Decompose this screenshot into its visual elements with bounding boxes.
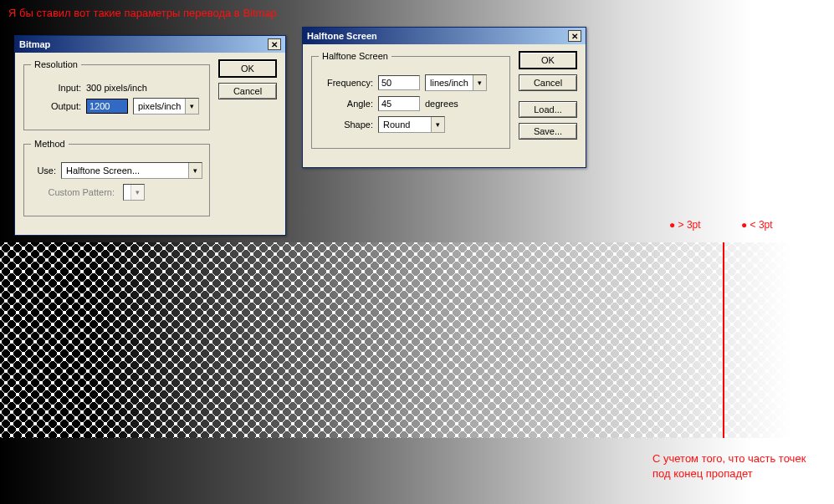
shape-combo[interactable]: Round [378, 116, 445, 133]
bitmap-dialog: Bitmap ✕ Resolution Input: 300 pixels/in… [14, 35, 286, 236]
output-units: pixels/inch [134, 99, 185, 113]
angle-label: Angle: [319, 99, 373, 109]
annotation-bottom-l1: С учетом того, что часть точек [652, 451, 806, 466]
method-group: Method Use: Halftone Screen... Custom Pa… [23, 139, 210, 216]
chevron-down-icon[interactable] [431, 117, 444, 132]
halftone-title: Halftone Screen [307, 31, 377, 41]
custom-pattern-swatch [123, 184, 145, 201]
chevron-down-icon [130, 185, 144, 200]
chevron-down-icon[interactable] [185, 99, 198, 114]
halftone-dialog: Halftone Screen ✕ Halftone Screen Freque… [302, 27, 586, 168]
frequency-label: Frequency: [319, 78, 373, 88]
output-label: Output: [31, 101, 81, 111]
halftone-legend: Halftone Screen [319, 51, 391, 61]
bitmap-title: Bitmap [19, 39, 50, 49]
use-value: Halftone Screen... [62, 164, 188, 177]
cancel-button[interactable]: Cancel [519, 74, 577, 91]
threshold-line [723, 242, 724, 438]
annotation-bottom-l2: под конец пропадет [652, 466, 806, 481]
input-value: 300 pixels/inch [86, 83, 147, 93]
custom-pattern-label: Custom Pattern: [31, 187, 115, 197]
annotation-bottom: С учетом того, что часть точек под конец… [652, 451, 806, 481]
chevron-down-icon[interactable] [473, 75, 486, 90]
use-label: Use: [31, 165, 56, 176]
ok-button[interactable]: OK [519, 51, 577, 69]
resolution-legend: Resolution [31, 59, 81, 69]
halftone-pattern [0, 242, 834, 438]
halftone-group: Halftone Screen Frequency: lines/inch An… [311, 51, 510, 149]
cancel-button[interactable]: Cancel [218, 83, 277, 99]
annotation-top: Я бы ставил вот такие параметры перевода… [8, 7, 277, 19]
frequency-input[interactable] [378, 75, 420, 90]
save-button[interactable]: Save... [519, 123, 577, 140]
annotation-lt-3pt: ● < 3pt [741, 219, 773, 231]
method-legend: Method [31, 139, 69, 149]
angle-units: degrees [425, 99, 458, 109]
input-label: Input: [31, 83, 81, 93]
ok-button[interactable]: OK [218, 59, 277, 78]
angle-input[interactable] [378, 96, 420, 111]
output-units-combo[interactable]: pixels/inch [133, 98, 199, 115]
load-button[interactable]: Load... [519, 101, 577, 118]
halftone-titlebar[interactable]: Halftone Screen ✕ [303, 28, 586, 44]
output-input[interactable] [86, 99, 128, 114]
shape-value: Round [379, 118, 431, 131]
frequency-units: lines/inch [426, 76, 473, 89]
chevron-down-icon[interactable] [188, 163, 202, 178]
annotation-gt-3pt: ● > 3pt [669, 219, 701, 231]
shape-label: Shape: [319, 120, 373, 130]
resolution-group: Resolution Input: 300 pixels/inch Output… [23, 59, 210, 130]
frequency-units-combo[interactable]: lines/inch [425, 74, 487, 91]
use-combo[interactable]: Halftone Screen... [61, 162, 202, 179]
bitmap-titlebar[interactable]: Bitmap ✕ [15, 36, 285, 53]
close-icon[interactable]: ✕ [268, 38, 281, 50]
close-icon[interactable]: ✕ [568, 30, 581, 42]
